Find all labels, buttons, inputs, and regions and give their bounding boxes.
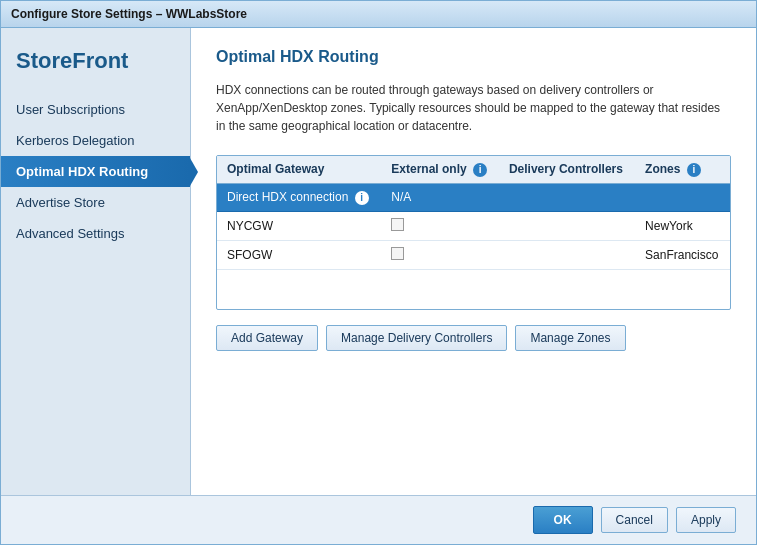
table-row-sfogw[interactable]: SFOGW SanFrancisco xyxy=(217,240,730,269)
gateway-table-container: Optimal Gateway External only i Delivery… xyxy=(216,155,731,310)
content-area: StoreFront User Subscriptions Kerberos D… xyxy=(1,28,756,495)
col-zones: Zones i xyxy=(635,156,730,183)
page-description: HDX connections can be routed through ga… xyxy=(216,81,731,135)
zones-info-icon[interactable]: i xyxy=(687,163,701,177)
external-only-info-icon[interactable]: i xyxy=(473,163,487,177)
manage-delivery-controllers-button[interactable]: Manage Delivery Controllers xyxy=(326,325,507,351)
sfogw-external-checkbox[interactable] xyxy=(391,247,404,260)
col-delivery-controllers: Delivery Controllers xyxy=(499,156,635,183)
page-title: Optimal HDX Routing xyxy=(216,48,731,66)
add-gateway-button[interactable]: Add Gateway xyxy=(216,325,318,351)
gateway-table: Optimal Gateway External only i Delivery… xyxy=(217,156,730,309)
nycgw-zones-cell: NewYork xyxy=(635,211,730,240)
nycgw-controllers-cell xyxy=(499,211,635,240)
direct-hdx-zones-cell xyxy=(635,183,730,211)
nycgw-external-checkbox[interactable] xyxy=(391,218,404,231)
direct-hdx-info-icon[interactable]: i xyxy=(355,191,369,205)
main-content: Optimal HDX Routing HDX connections can … xyxy=(191,28,756,495)
col-optimal-gateway: Optimal Gateway xyxy=(217,156,381,183)
table-row-direct-hdx[interactable]: Direct HDX connection i N/A xyxy=(217,183,730,211)
sidebar-item-advertise-store[interactable]: Advertise Store xyxy=(1,187,190,218)
direct-hdx-controllers-cell xyxy=(499,183,635,211)
sfogw-external-cell xyxy=(381,240,499,269)
sfogw-zones-cell: SanFrancisco xyxy=(635,240,730,269)
cancel-button[interactable]: Cancel xyxy=(601,507,668,533)
col-external-only: External only i xyxy=(381,156,499,183)
ok-button[interactable]: OK xyxy=(533,506,593,534)
window: Configure Store Settings – WWLabsStore S… xyxy=(0,0,757,545)
table-empty-row xyxy=(217,269,730,309)
table-row-nycgw[interactable]: NYCGW NewYork xyxy=(217,211,730,240)
sidebar-item-optimal-hdx-routing[interactable]: Optimal HDX Routing xyxy=(1,156,190,187)
direct-hdx-gateway-cell: Direct HDX connection i xyxy=(217,183,381,211)
direct-hdx-external-cell: N/A xyxy=(381,183,499,211)
app-logo: StoreFront xyxy=(1,38,190,94)
nycgw-gateway-cell: NYCGW xyxy=(217,211,381,240)
empty-row-cell xyxy=(217,269,730,309)
window-title: Configure Store Settings – WWLabsStore xyxy=(11,7,247,21)
sidebar-item-kerberos-delegation[interactable]: Kerberos Delegation xyxy=(1,125,190,156)
sfogw-gateway-cell: SFOGW xyxy=(217,240,381,269)
apply-button[interactable]: Apply xyxy=(676,507,736,533)
nycgw-external-cell xyxy=(381,211,499,240)
sidebar-item-advanced-settings[interactable]: Advanced Settings xyxy=(1,218,190,249)
sfogw-controllers-cell xyxy=(499,240,635,269)
action-buttons-row: Add Gateway Manage Delivery Controllers … xyxy=(216,325,731,351)
sidebar-item-user-subscriptions[interactable]: User Subscriptions xyxy=(1,94,190,125)
table-header-row: Optimal Gateway External only i Delivery… xyxy=(217,156,730,183)
manage-zones-button[interactable]: Manage Zones xyxy=(515,325,625,351)
title-bar: Configure Store Settings – WWLabsStore xyxy=(1,1,756,28)
footer: OK Cancel Apply xyxy=(1,495,756,544)
sidebar: StoreFront User Subscriptions Kerberos D… xyxy=(1,28,191,495)
